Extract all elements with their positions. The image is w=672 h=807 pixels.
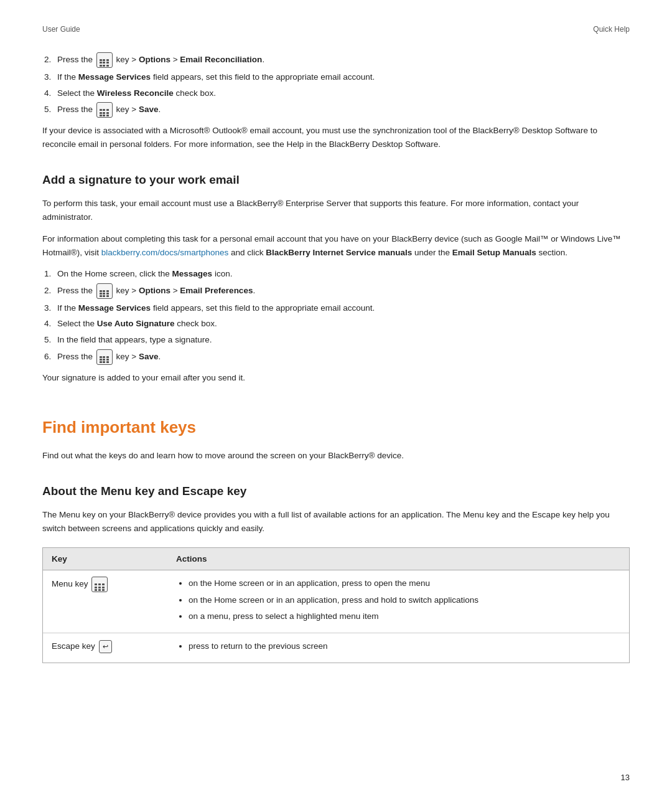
list-item: on the Home screen or in an application,… (189, 577, 620, 590)
list-item: On the Home screen, click the Messages i… (54, 267, 630, 281)
page: User Guide Quick Help Press the key > Op… (0, 0, 672, 701)
list-item: If the Message Services field appears, s… (54, 301, 630, 315)
col-header-key: Key (43, 548, 167, 570)
add-signature-steps: On the Home screen, click the Messages i… (54, 267, 630, 364)
menu-key-grid (100, 59, 110, 67)
menu-key-grid (100, 290, 110, 298)
content-area: Press the key > Options > Email Reconcil… (42, 52, 630, 663)
add-signature-heading: Add a signature to your work email (42, 171, 630, 189)
list-item: on a menu, press to select a highlighted… (189, 610, 620, 623)
menu-key-grid (95, 583, 105, 591)
intro-steps-list: Press the key > Options > Email Reconcil… (54, 52, 630, 118)
menu-key-icon (96, 349, 113, 365)
list-item: Press the key > Options > Email Preferen… (54, 283, 630, 299)
keys-table-inner: Key Actions Menu key (43, 548, 629, 663)
find-important-keys-intro: Find out what the keys do and learn how … (42, 449, 630, 463)
list-item: Press the key > Options > Email Reconcil… (54, 52, 630, 68)
menu-key-icon (91, 577, 108, 592)
list-item: on the Home screen or in an application,… (189, 593, 620, 607)
table-header-row: Key Actions (43, 548, 629, 570)
list-item: Select the Wireless Reconcile check box. (54, 87, 630, 100)
col-header-actions: Actions (167, 548, 629, 570)
header-right: Quick Help (593, 25, 630, 34)
table-row: Menu key on the Home s (43, 570, 629, 633)
escape-key-actions-list: press to return to the previous screen (189, 639, 620, 653)
page-number: 13 (621, 773, 630, 782)
table-row: Escape key ↩ press to return to the prev… (43, 633, 629, 662)
menu-key-icon (96, 102, 113, 118)
list-item: In the field that appears, type a signat… (54, 333, 630, 347)
add-signature-para2: For information about completing this ta… (42, 232, 630, 260)
table-cell-key-escape: Escape key ↩ (43, 633, 167, 662)
list-item: press to return to the previous screen (189, 639, 620, 653)
table-cell-actions-menu: on the Home screen or in an application,… (167, 570, 629, 633)
blackberry-link[interactable]: blackberry.com/docs/smartphones (101, 248, 229, 257)
menu-key-actions-list: on the Home screen or in an application,… (189, 577, 620, 623)
menu-key-icon (96, 52, 113, 68)
header-left: User Guide (42, 25, 80, 34)
page-header: User Guide Quick Help (42, 25, 630, 34)
menu-key-grid (100, 356, 110, 364)
list-item: Press the key > Save. (54, 349, 630, 365)
menu-escape-heading: About the Menu key and Escape key (42, 482, 630, 501)
signature-after-note: Your signature is added to your email af… (42, 371, 630, 385)
table-cell-key-menu: Menu key (43, 570, 167, 633)
add-signature-para1: To perform this task, your email account… (42, 197, 630, 225)
intro-note: If your device is associated with a Micr… (42, 124, 630, 152)
keys-table: Key Actions Menu key (42, 547, 630, 663)
list-item: If the Message Services field appears, s… (54, 70, 630, 84)
menu-key-grid (100, 109, 110, 116)
table-cell-actions-escape: press to return to the previous screen (167, 633, 629, 662)
menu-escape-para: The Menu key on your BlackBerry® device … (42, 508, 630, 536)
list-item: Press the key > Save. (54, 102, 630, 118)
escape-key-icon: ↩ (99, 640, 112, 654)
list-item: Select the Use Auto Signature check box. (54, 317, 630, 331)
menu-key-icon (96, 283, 113, 299)
find-important-keys-heading: Find important keys (42, 415, 630, 441)
